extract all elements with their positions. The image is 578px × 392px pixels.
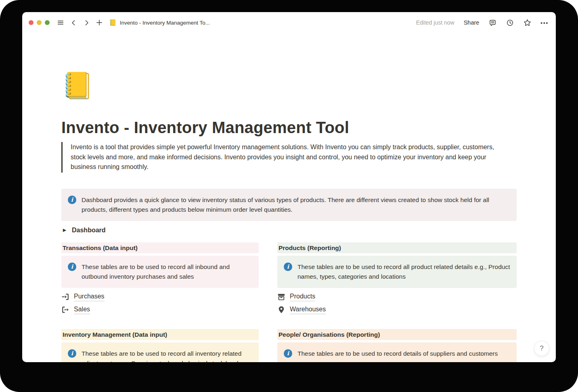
doc-emoji-icon: 📒: [109, 19, 117, 27]
titlebar: 📒 Invento - Inventory Management To... E…: [22, 12, 556, 33]
section-inventory-header: Inventory Management (Data input): [61, 329, 259, 340]
page-title: Invento - Inventory Management Tool: [61, 118, 517, 137]
toggle-collapsed-icon[interactable]: ▶: [61, 227, 68, 233]
sales-link-label[interactable]: Sales: [74, 305, 90, 314]
products-links: Products Warehouses: [277, 292, 517, 315]
page-link-warehouses[interactable]: Warehouses: [277, 305, 326, 315]
minimize-window-button[interactable]: [37, 20, 42, 25]
purchases-link-label[interactable]: Purchases: [74, 292, 105, 301]
transactions-links: Purchases Sales: [61, 292, 259, 315]
inventory-callout: i These tables are to be used to record …: [61, 342, 259, 363]
transactions-callout-text: These tables are to be used to record al…: [82, 262, 252, 281]
enter-door-icon: [61, 293, 69, 301]
nav-controls: [57, 19, 103, 27]
info-icon: i: [284, 349, 292, 358]
page-content: 📒 Invento - Inventory Management Tool In…: [61, 71, 517, 362]
doc-title: Invento - Inventory Management To...: [120, 20, 210, 26]
info-icon: i: [284, 263, 292, 271]
dashboard-toggle-label: Dashboard: [72, 227, 106, 234]
column-right: Products (Reporting) i These tables are …: [277, 242, 517, 363]
section-people-header: People/ Organisations (Reporting): [277, 329, 517, 340]
column-left: Transactions (Data input) i These tables…: [61, 242, 259, 363]
page-link-sales[interactable]: Sales: [61, 305, 90, 315]
info-icon: i: [68, 349, 76, 358]
section-products: Products (Reporting) i These tables are …: [277, 242, 517, 315]
archive-box-icon: [277, 293, 285, 301]
sidebar-menu-icon[interactable]: [57, 19, 65, 27]
new-page-icon[interactable]: [95, 19, 103, 27]
traffic-lights: [29, 20, 50, 25]
page-link-products[interactable]: Products: [277, 292, 315, 302]
products-callout: i These tables are to be used to record …: [277, 256, 517, 288]
section-inventory-management: Inventory Management (Data input) i Thes…: [61, 329, 259, 363]
back-icon[interactable]: [69, 19, 77, 27]
share-button[interactable]: Share: [464, 19, 480, 26]
more-icon[interactable]: •••: [540, 20, 549, 26]
dashboard-info-text: Dashboard provides a quick glance to vie…: [82, 195, 510, 215]
comments-icon[interactable]: [488, 19, 496, 27]
page-icon[interactable]: 📒: [61, 71, 94, 101]
notion-window: 📒 Invento - Inventory Management To... E…: [22, 12, 556, 362]
warehouses-link-label[interactable]: Warehouses: [290, 305, 326, 314]
info-icon: i: [68, 196, 76, 204]
favorite-star-icon[interactable]: [523, 19, 531, 27]
dashboard-toggle[interactable]: ▶ Dashboard: [61, 225, 517, 236]
close-window-button[interactable]: [29, 20, 34, 25]
dashboard-info-callout: i Dashboard provides a quick glance to v…: [61, 189, 517, 221]
history-icon[interactable]: [506, 19, 514, 27]
columns-layout: Transactions (Data input) i These tables…: [61, 242, 517, 363]
transactions-callout: i These tables are to be used to record …: [61, 256, 259, 288]
edited-status: Edited just now: [416, 19, 454, 26]
products-link-label[interactable]: Products: [290, 292, 315, 301]
info-icon: i: [68, 263, 76, 271]
section-transactions-header: Transactions (Data input): [61, 242, 259, 253]
titlebar-actions: Edited just now Share: [416, 19, 549, 27]
zoom-window-button[interactable]: [45, 20, 50, 25]
desktop-background: 📒 Invento - Inventory Management To... E…: [0, 0, 578, 392]
forward-icon[interactable]: [82, 19, 90, 27]
people-callout: i These tables are to be used to record …: [277, 342, 517, 363]
section-transactions: Transactions (Data input) i These tables…: [61, 242, 259, 315]
breadcrumb[interactable]: 📒 Invento - Inventory Management To...: [109, 19, 210, 27]
page-link-purchases[interactable]: Purchases: [61, 292, 105, 302]
products-callout-text: These tables are to be used to record al…: [297, 262, 510, 281]
help-button[interactable]: ?: [534, 341, 549, 356]
section-products-header: Products (Reporting): [277, 242, 517, 253]
exit-door-icon: [61, 306, 69, 314]
people-callout-text: These tables are to be used to record de…: [297, 349, 498, 359]
section-people-organisations: People/ Organisations (Reporting) i Thes…: [277, 329, 517, 363]
intro-quote: Invento is a tool that provides simple y…: [61, 142, 509, 173]
location-pin-icon: [277, 306, 285, 314]
inventory-callout-text: These tables are to be used to record al…: [82, 349, 252, 363]
